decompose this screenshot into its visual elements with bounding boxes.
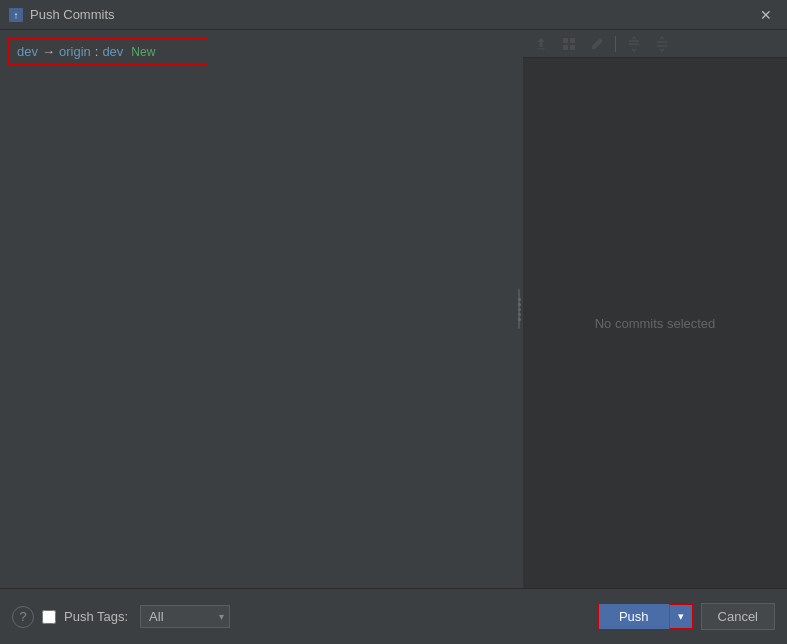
window-title: Push Commits <box>30 7 753 22</box>
content-area: dev → origin : dev New <box>0 30 787 588</box>
push-tags-select[interactable]: All None Tagged <box>140 605 230 628</box>
push-upstream-button[interactable] <box>529 33 553 55</box>
toolbar-separator <box>615 36 616 52</box>
edit-button[interactable] <box>585 33 609 55</box>
push-tags-select-wrapper: All None Tagged ▾ <box>140 605 230 628</box>
branch-arrow: → <box>42 44 55 59</box>
remote-branch-label: dev <box>102 44 123 59</box>
push-dropdown-button[interactable]: ▾ <box>669 604 693 629</box>
dialog-body: dev → origin : dev New <box>0 30 787 644</box>
svg-rect-2 <box>537 48 545 50</box>
local-branch-label: dev <box>17 44 38 59</box>
push-tags-checkbox[interactable] <box>42 610 56 624</box>
bottom-bar: ? Push Tags: All None Tagged ▾ Push ▾ Ca… <box>0 588 787 644</box>
svg-text:↑: ↑ <box>14 10 19 21</box>
branch-separator: : <box>95 44 99 59</box>
branch-item[interactable]: dev → origin : dev New <box>8 38 208 65</box>
right-content-area: No commits selected <box>523 58 787 588</box>
help-button[interactable]: ? <box>12 606 34 628</box>
no-commits-message: No commits selected <box>595 316 716 331</box>
right-panel: No commits selected <box>523 30 787 588</box>
panel-splitter[interactable] <box>515 30 523 588</box>
remote-name-label: origin <box>59 44 91 59</box>
close-button[interactable]: ✕ <box>753 2 779 28</box>
title-bar: ↑ Push Commits ✕ <box>0 0 787 30</box>
left-panel: dev → origin : dev New <box>0 30 515 588</box>
svg-rect-3 <box>563 38 568 43</box>
collapse-button[interactable] <box>622 33 646 55</box>
right-toolbar <box>523 30 787 58</box>
svg-rect-6 <box>570 45 575 50</box>
action-buttons: Push ▾ Cancel <box>598 603 775 630</box>
grid-view-button[interactable] <box>557 33 581 55</box>
svg-rect-4 <box>570 38 575 43</box>
expand-button[interactable] <box>650 33 674 55</box>
new-badge: New <box>131 45 155 59</box>
app-icon: ↑ <box>8 7 24 23</box>
splitter-handle <box>518 298 521 321</box>
svg-rect-5 <box>563 45 568 50</box>
cancel-button[interactable]: Cancel <box>701 603 775 630</box>
push-tags-label: Push Tags: <box>64 609 128 624</box>
push-button[interactable]: Push <box>598 603 669 630</box>
